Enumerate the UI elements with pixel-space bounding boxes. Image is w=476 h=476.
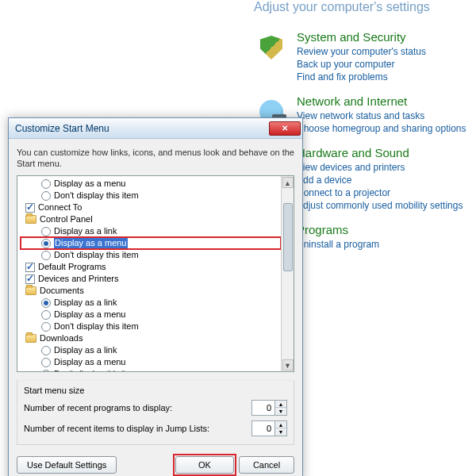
size-heading: Start menu size <box>24 386 287 395</box>
page-heading: Adjust your computer's settings <box>254 0 476 14</box>
tree-row[interactable]: Don't display this item <box>21 368 281 371</box>
category-link[interactable]: View devices and printers <box>297 161 463 174</box>
radio-icon[interactable] <box>41 298 51 308</box>
recent-programs-spinner[interactable]: ▲▼ <box>251 400 287 416</box>
tree-row-label: Connect To <box>38 202 82 213</box>
tree-row-label: Display as a menu <box>54 237 128 249</box>
use-default-settings-button[interactable]: Use Default Settings <box>17 456 117 474</box>
radio-icon[interactable] <box>41 358 51 367</box>
category-link[interactable]: Adjust commonly used mobility settings <box>297 199 463 212</box>
recent-programs-input[interactable] <box>252 401 274 415</box>
tree-row[interactable]: Display as a menu <box>21 356 281 368</box>
category-link[interactable]: Connect to a projector <box>297 186 463 199</box>
folder-icon[interactable] <box>25 334 36 343</box>
tree-row-label: Display as a menu <box>54 309 126 321</box>
jumplist-items-input[interactable] <box>252 421 274 436</box>
folder-icon[interactable] <box>25 215 36 224</box>
folder-icon[interactable] <box>25 286 36 295</box>
tree-row[interactable]: Devices and Printers <box>21 273 281 285</box>
radio-icon[interactable] <box>41 239 51 248</box>
scroll-up-arrow-icon[interactable]: ▲ <box>282 177 294 188</box>
radio-icon[interactable] <box>41 346 51 355</box>
tree-row-label: Display as a link <box>54 344 117 356</box>
radio-icon[interactable] <box>41 191 51 201</box>
tree-row-label: Don't display this item <box>54 368 139 371</box>
category-title[interactable]: Hardware and Sound <box>297 146 463 159</box>
checkbox-icon[interactable] <box>25 263 35 272</box>
spinner-down-icon[interactable]: ▼ <box>275 428 286 436</box>
cancel-button[interactable]: Cancel <box>239 456 294 474</box>
radio-icon[interactable] <box>41 227 51 236</box>
tree-row-label: Downloads <box>40 332 83 344</box>
category-link[interactable]: Add a device <box>297 174 463 186</box>
tree-row-label: Display as a link <box>54 225 117 237</box>
tree-row[interactable]: Display as a menu <box>21 178 281 190</box>
close-button[interactable]: ✕ <box>269 121 301 136</box>
tree-row[interactable]: Don't display this item <box>21 249 281 261</box>
category-link[interactable]: Uninstall a program <box>297 238 379 251</box>
radio-icon[interactable] <box>41 322 51 332</box>
options-tree-viewport[interactable]: Display as a menuDon't display this item… <box>17 176 281 371</box>
category-title[interactable]: Programs <box>297 223 379 236</box>
spinner-up-icon[interactable]: ▲ <box>275 421 286 428</box>
close-icon: ✕ <box>282 125 288 132</box>
tree-row[interactable]: Control Panel <box>21 213 281 225</box>
category-link[interactable]: Choose homegroup and sharing options <box>297 122 466 135</box>
jumplist-items-spinner[interactable]: ▲▼ <box>251 420 287 436</box>
tree-row[interactable]: Display as a link <box>21 225 281 237</box>
checkbox-icon[interactable] <box>25 274 35 284</box>
shield-icon <box>254 30 289 65</box>
tree-row[interactable]: Connect To <box>21 202 281 213</box>
radio-icon[interactable] <box>41 370 51 372</box>
jumplist-items-label: Number of recent items to display in Jum… <box>24 424 209 433</box>
tree-row[interactable]: Display as a menu <box>21 309 281 321</box>
scroll-down-arrow-icon[interactable]: ▼ <box>282 359 294 370</box>
tree-row-label: Display as a menu <box>54 356 126 368</box>
category: System and SecurityReview your computer'… <box>254 30 476 83</box>
radio-icon[interactable] <box>41 179 51 189</box>
category-link[interactable]: Review your computer's status <box>297 45 426 58</box>
tree-row-label: Display as a menu <box>54 178 126 190</box>
dialog-instruction: You can customize how links, icons, and … <box>17 147 294 169</box>
dialog-title: Customize Start Menu <box>15 123 269 134</box>
tree-row-label: Default Programs <box>38 261 106 273</box>
tree-row-label: Don't display this item <box>54 190 139 202</box>
tree-row[interactable]: Default Programs <box>21 261 281 273</box>
category-link[interactable]: Back up your computer <box>297 58 426 71</box>
tree-row-label: Display as a link <box>54 297 117 309</box>
tree-row[interactable]: Downloads <box>21 332 281 344</box>
tree-row[interactable]: Display as a menu <box>21 237 281 249</box>
tree-row[interactable]: Don't display this item <box>21 190 281 202</box>
category-link[interactable]: View network status and tasks <box>297 109 466 122</box>
ok-button[interactable]: OK <box>175 456 234 474</box>
recent-programs-label: Number of recent programs to display: <box>24 403 172 413</box>
tree-row[interactable]: Documents <box>21 285 281 297</box>
tree-row-label: Control Panel <box>40 213 93 225</box>
tree-row[interactable]: Display as a link <box>21 344 281 356</box>
category-link[interactable]: Find and fix problems <box>297 71 426 83</box>
radio-icon[interactable] <box>41 310 51 320</box>
tree-row-label: Devices and Printers <box>38 273 119 285</box>
dialog-button-row: Use Default Settings OK Cancel <box>9 450 302 476</box>
tree-row-label: Don't display this item <box>54 249 139 261</box>
tree-row[interactable]: Display as a link <box>21 297 281 309</box>
radio-icon[interactable] <box>41 251 51 260</box>
start-menu-size-group: Start menu size Number of recent program… <box>17 380 294 445</box>
tree-row-label: Don't display this item <box>54 321 139 332</box>
category-title[interactable]: Network and Internet <box>297 94 466 108</box>
category-title[interactable]: System and Security <box>297 30 426 44</box>
vertical-scrollbar[interactable]: ▲ ▼ <box>281 176 294 371</box>
tree-row[interactable]: Don't display this item <box>21 321 281 332</box>
spinner-up-icon[interactable]: ▲ <box>275 401 286 408</box>
tree-row-label: Documents <box>40 285 84 297</box>
spinner-down-icon[interactable]: ▼ <box>275 408 286 415</box>
customize-start-menu-dialog: Customize Start Menu ✕ You can customize… <box>8 117 303 476</box>
scroll-thumb[interactable] <box>283 203 293 271</box>
options-tree: Display as a menuDon't display this item… <box>17 175 294 372</box>
checkbox-icon[interactable] <box>25 203 35 213</box>
dialog-titlebar[interactable]: Customize Start Menu ✕ <box>9 118 302 139</box>
